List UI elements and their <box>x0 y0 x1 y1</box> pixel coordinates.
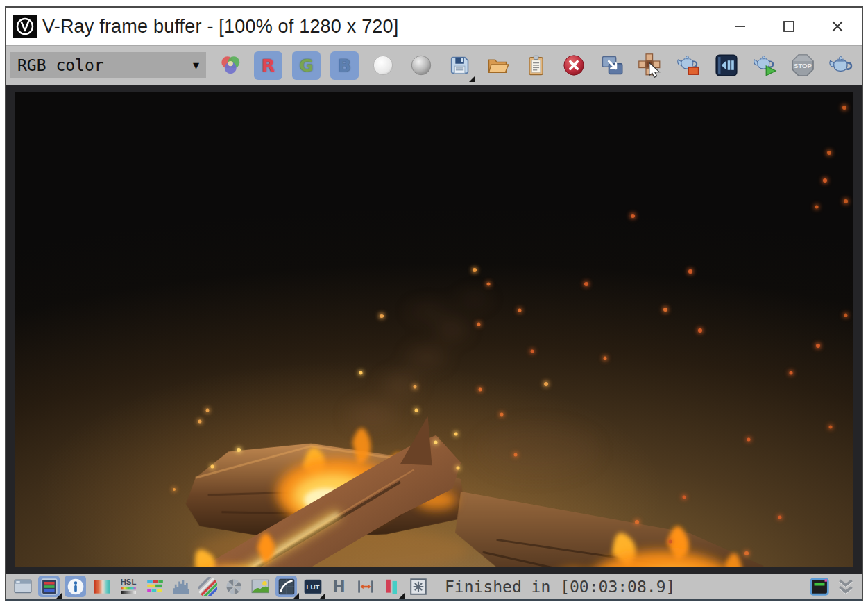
histogram-icon <box>171 577 191 596</box>
interactive-render-pause-button[interactable] <box>712 51 740 80</box>
ember-spark <box>531 349 534 353</box>
save-floppy-icon <box>448 53 471 77</box>
maximize-icon <box>781 19 797 34</box>
ember-spark <box>669 540 672 544</box>
hsl-icon: HSL <box>119 577 138 596</box>
curve-correction-button[interactable] <box>275 576 297 597</box>
display-channels-button[interactable] <box>38 576 60 597</box>
save-image-button[interactable] <box>445 51 473 80</box>
main-toolbar: RGB color ▼ R G B <box>6 45 862 85</box>
render-last-button[interactable] <box>750 51 778 80</box>
render-last-teapot-icon <box>751 53 778 77</box>
curve-dropdown-corner <box>293 593 299 599</box>
ember-spark <box>237 448 241 452</box>
clear-image-button[interactable] <box>559 51 588 80</box>
ember-spark <box>477 323 480 326</box>
dropdown-arrow-icon: ▼ <box>193 59 199 72</box>
ember-spark <box>518 309 522 312</box>
monochrome-channel-button[interactable] <box>407 51 435 80</box>
titlebar: V-Ray frame buffer - [100% of 1280 x 720… <box>6 8 862 45</box>
ember-spark <box>359 371 363 375</box>
svg-text:HSL: HSL <box>120 578 136 586</box>
rendered-image-campfire[interactable] <box>15 92 853 567</box>
vray-frame-buffer-window: V-Ray frame buffer - [100% of 1280 x 720… <box>5 6 863 601</box>
ember-spark <box>829 425 833 428</box>
ember-spark <box>544 382 548 386</box>
show-progress-window-button[interactable] <box>808 576 830 597</box>
ember-spark <box>823 178 827 183</box>
ember-spark <box>815 205 819 208</box>
landscape-sun-icon <box>250 577 270 596</box>
ab-dropdown-corner <box>398 593 405 599</box>
channel-select-dropdown[interactable]: RGB color ▼ <box>10 52 206 78</box>
ember-spark <box>434 440 438 444</box>
minimize-button[interactable] <box>716 8 765 45</box>
white-sphere-icon <box>372 54 394 76</box>
close-button[interactable] <box>813 8 862 45</box>
levels-histogram-button[interactable] <box>170 576 192 597</box>
ember-spark <box>747 437 751 441</box>
exposure-stripes-icon <box>198 577 217 596</box>
ember-spark <box>663 308 667 312</box>
stamp-asterisk-icon <box>409 577 428 596</box>
stamp-button[interactable] <box>407 576 429 597</box>
vray-logo-glyph <box>15 17 35 36</box>
ember-spark <box>473 268 477 272</box>
maximize-button[interactable] <box>765 8 813 45</box>
lut-dropdown-corner <box>319 593 325 599</box>
color-corrections-wheel-button[interactable] <box>216 51 244 80</box>
background-image-button[interactable] <box>249 576 271 597</box>
ember-spark <box>816 344 820 348</box>
exposure-button[interactable] <box>196 576 218 597</box>
save-dropdown-corner <box>469 76 475 82</box>
load-image-button[interactable] <box>483 51 511 80</box>
ember-sparks-layer <box>15 92 853 567</box>
status-toolbar: HSL <box>6 574 862 599</box>
image-info-button[interactable] <box>65 576 86 597</box>
pinwheel-icon <box>224 577 244 596</box>
copy-to-clipboard-button[interactable] <box>521 51 550 80</box>
red-channel-button[interactable]: R <box>254 51 282 80</box>
green-channel-button[interactable]: G <box>292 51 321 80</box>
ember-spark <box>688 269 692 274</box>
stop-sign-icon: STOP <box>790 53 815 78</box>
render-button[interactable] <box>826 51 855 80</box>
stop-render-button[interactable]: STOP <box>788 51 817 80</box>
icc-profile-button[interactable]: H <box>328 576 350 597</box>
duplicate-to-host-button[interactable] <box>597 51 626 80</box>
render-teapot-icon <box>827 53 855 78</box>
follow-mouse-icon <box>638 53 663 78</box>
double-chevron-down-icon <box>836 577 856 596</box>
ember-spark <box>842 106 846 110</box>
close-icon <box>829 18 846 35</box>
ember-spark <box>744 551 749 555</box>
svg-text:STOP: STOP <box>794 62 812 69</box>
pause-interactive-icon <box>715 53 738 77</box>
collapse-toolbar-button[interactable] <box>835 576 856 597</box>
ab-compare-button[interactable] <box>381 576 402 597</box>
info-icon <box>66 577 85 596</box>
ember-spark <box>844 199 848 203</box>
clipboard-icon <box>524 53 547 77</box>
lut-correction-button[interactable]: LUT <box>302 576 323 597</box>
ember-spark <box>478 388 482 392</box>
green-channel-label: G <box>299 56 314 76</box>
ember-spark <box>211 465 214 469</box>
color-balance-button[interactable] <box>144 576 165 597</box>
ember-spark <box>198 419 201 423</box>
show-vfb-panels-button[interactable] <box>12 576 33 597</box>
blue-channel-button[interactable]: B <box>330 51 359 80</box>
follow-mouse-button[interactable] <box>636 51 664 80</box>
force-color-clamping-button[interactable] <box>91 576 112 597</box>
panels-window-icon <box>13 577 33 596</box>
vray-logo-icon <box>13 15 37 38</box>
ember-spark <box>500 412 503 416</box>
white-balance-wheel-button[interactable] <box>223 576 244 597</box>
alpha-channel-button[interactable] <box>368 51 397 80</box>
region-render-teapot-icon <box>675 53 701 77</box>
ember-spark <box>173 488 176 491</box>
ember-spark <box>486 282 490 285</box>
region-render-button[interactable] <box>674 51 702 80</box>
stereo-compare-button[interactable] <box>355 576 376 597</box>
hsl-adjustments-button[interactable]: HSL <box>117 576 139 597</box>
